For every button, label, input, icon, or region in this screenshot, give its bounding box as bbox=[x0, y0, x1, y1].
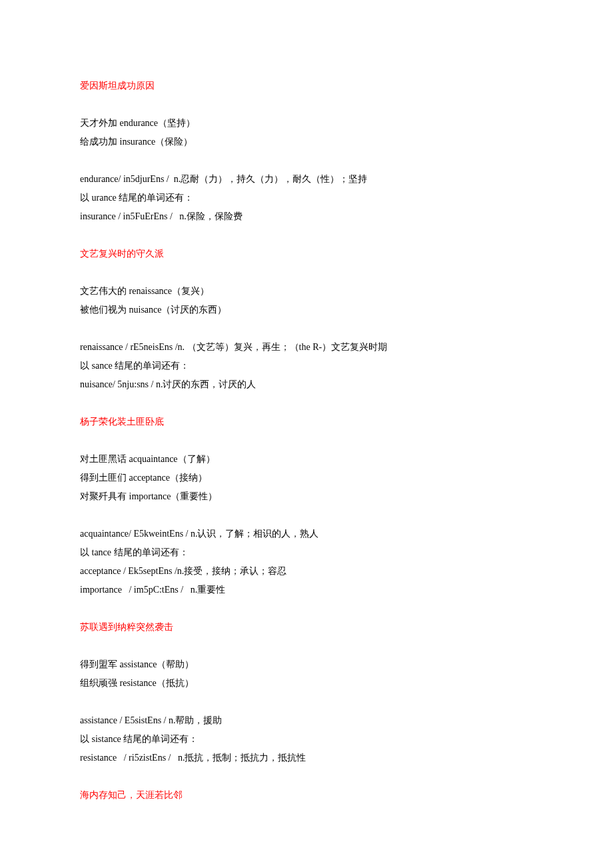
text-line: 以 urance 结尾的单词还有： bbox=[80, 189, 533, 207]
paragraph: endurance/ in5djurEns / n.忍耐（力），持久（力），耐久… bbox=[80, 170, 533, 226]
section-heading: 杨子荣化装土匪卧底 bbox=[80, 413, 533, 431]
text-line: 以 tance 结尾的单词还有： bbox=[80, 543, 533, 562]
paragraph: acquaintance/ E5kweintEns / n.认识，了解；相识的人… bbox=[80, 525, 533, 599]
text-line: 得到盟军 assistance（帮助） bbox=[80, 655, 533, 674]
section-heading: 爱因斯坦成功原因 bbox=[80, 77, 533, 95]
paragraph: 文艺伟大的 renaissance（复兴）被他们视为 nuisance（讨厌的东… bbox=[80, 282, 533, 319]
text-line: insurance / in5FuErEns / n.保险，保险费 bbox=[80, 207, 533, 226]
document-page: 爱因斯坦成功原因天才外加 endurance（坚持）给成功加 insurance… bbox=[0, 0, 613, 863]
paragraph: 对土匪黑话 acquaintance（了解）得到土匪们 acceptance（接… bbox=[80, 450, 533, 506]
text-line: nuisance/ 5nju:sns / n.讨厌的东西，讨厌的人 bbox=[80, 375, 533, 394]
section-heading: 文艺复兴时的守久派 bbox=[80, 245, 533, 263]
text-line: 对土匪黑话 acquaintance（了解） bbox=[80, 450, 533, 469]
text-line: 组织顽强 resistance（抵抗） bbox=[80, 674, 533, 693]
text-line: renaissance / rE5neisEns /n. （文艺等）复兴，再生；… bbox=[80, 338, 533, 357]
text-line: importance / im5pC:tEns / n.重要性 bbox=[80, 581, 533, 599]
text-line: acceptance / Ek5septEns /n.接受，接纳；承认；容忍 bbox=[80, 562, 533, 581]
text-line: 给成功加 insurance（保险） bbox=[80, 133, 533, 151]
text-line: 被他们视为 nuisance（讨厌的东西） bbox=[80, 301, 533, 319]
section-heading: 海内存知己，天涯若比邻 bbox=[80, 786, 533, 805]
text-line: acquaintance/ E5kweintEns / n.认识，了解；相识的人… bbox=[80, 525, 533, 543]
text-line: 以 sistance 结尾的单词还有： bbox=[80, 730, 533, 749]
text-line: 以 sance 结尾的单词还有： bbox=[80, 357, 533, 375]
paragraph: renaissance / rE5neisEns /n. （文艺等）复兴，再生；… bbox=[80, 338, 533, 394]
paragraph: assistance / E5sistEns / n.帮助，援助以 sistan… bbox=[80, 711, 533, 767]
text-line: assistance / E5sistEns / n.帮助，援助 bbox=[80, 711, 533, 730]
text-line: 文艺伟大的 renaissance（复兴） bbox=[80, 282, 533, 301]
text-line: 得到土匪们 acceptance（接纳） bbox=[80, 469, 533, 487]
text-line: endurance/ in5djurEns / n.忍耐（力），持久（力），耐久… bbox=[80, 170, 533, 189]
text-line: 对聚歼具有 importance（重要性） bbox=[80, 487, 533, 506]
paragraph: 天才外加 endurance（坚持）给成功加 insurance（保险） bbox=[80, 114, 533, 151]
section-heading: 苏联遇到纳粹突然袭击 bbox=[80, 618, 533, 637]
text-line: 天才外加 endurance（坚持） bbox=[80, 114, 533, 133]
text-line: resistance / ri5zistEns / n.抵抗，抵制；抵抗力，抵抗… bbox=[80, 749, 533, 767]
paragraph: 得到盟军 assistance（帮助）组织顽强 resistance（抵抗） bbox=[80, 655, 533, 693]
